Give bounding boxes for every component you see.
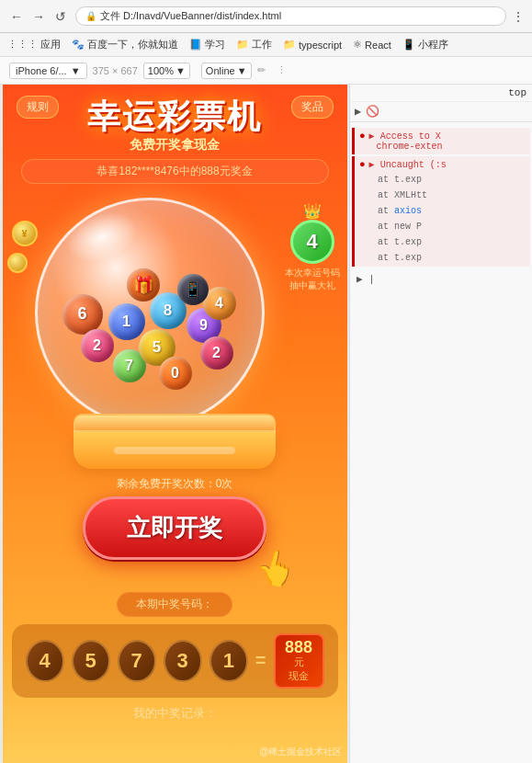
app-header: 规则 奖品 (3, 85, 347, 94)
bookmark-work[interactable]: 📁 工作 (236, 38, 272, 51)
separator: 375 × 667 (93, 65, 138, 76)
ball-0: 0 (159, 357, 192, 390)
bookmark-miniapp-label: 小程序 (418, 38, 448, 51)
app-subtitle: 免费开奖拿现金 (3, 137, 347, 154)
online-chevron-icon: ▼ (237, 65, 247, 76)
lucky-label: 本次幸运号码 抽中赢大礼 (285, 267, 340, 292)
error-2[interactable]: ● ▶ Uncaught (:s at t.exp at XMLHtt at a… (352, 156, 530, 267)
watermark: @稀土掘金技术社区 (259, 746, 342, 758)
error-1-text: ▶ Access to X chrome-exten (369, 131, 526, 152)
bookmark-apps[interactable]: ⋮⋮⋮ 应用 (7, 38, 61, 51)
zoom-label: 100% (148, 65, 174, 76)
device-select[interactable]: iPhone 6/... ▼ (9, 63, 87, 79)
bookmark-baidu-label: 百度一下，你就知道 (87, 38, 178, 51)
win-num-2: 5 (72, 640, 110, 682)
bookmark-react[interactable]: ⚛ React (353, 39, 391, 51)
winning-label: 本期中奖号码： (117, 592, 232, 617)
play-icon[interactable]: ▶ (355, 105, 361, 119)
crown-icon: 👑 (285, 202, 340, 220)
winning-label-text: 本期中奖号码： (136, 598, 213, 610)
top-label: top (508, 87, 526, 98)
bookmark-miniapp[interactable]: 📱 小程序 (402, 38, 448, 51)
device-label: iPhone 6/... (16, 65, 67, 76)
remaining-text: 剩余免费开奖次数：0次 (3, 476, 347, 492)
bookmark-work-label: 工作 (252, 38, 272, 51)
marquee-bar: 恭喜182****8476中的888元奖金 (21, 159, 329, 184)
bookmark-apps-label: 应用 (40, 38, 61, 51)
winning-numbers-bar: 4 5 7 3 1 = 888 (12, 624, 338, 698)
more-icon[interactable]: ⋮ (512, 9, 525, 24)
bookmark-study[interactable]: 📘 学习 (189, 38, 225, 51)
marquee-text: 恭喜182****8476中的888元奖金 (96, 165, 252, 177)
ball-1: 1 (108, 303, 145, 340)
error-1: ● ▶ Access to X chrome-exten (352, 128, 530, 154)
platform-body (74, 432, 276, 469)
typescript-icon: 📁 (283, 39, 296, 51)
error-icon-2: ● (359, 159, 366, 170)
error-2-text: ▶ Uncaught (:s (369, 159, 447, 170)
stack-line-3: at axios (359, 205, 426, 217)
coin-left-2 (7, 253, 28, 273)
zoom-select[interactable]: 100% ▼ (143, 63, 190, 79)
balls-container: 6 2 7 1 5 0 8 9 4 2 🎁 📱 (58, 221, 242, 404)
prizes-button[interactable]: 奖品 (291, 96, 334, 119)
online-select[interactable]: Online ▼ (201, 63, 252, 79)
open-btn-container: 立即开奖 👆 (3, 496, 347, 560)
ball-6: 6 (62, 294, 103, 335)
miniapp-icon: 📱 (402, 39, 415, 51)
react-icon: ⚛ (353, 39, 362, 51)
forward-button[interactable]: → (29, 7, 48, 26)
bookmark-typescript[interactable]: 📁 typescript (283, 39, 342, 51)
error-icon-1: ● (359, 131, 366, 142)
bookmark-react-label: React (365, 40, 391, 51)
axios-link[interactable]: axios (394, 206, 422, 216)
baidu-icon: 🐾 (72, 39, 85, 51)
prize-box: 888 元 现金 (274, 633, 324, 689)
stack-line-1: at t.exp (359, 174, 426, 186)
prize-amount: 888 (283, 639, 315, 655)
bookmark-study-label: 学习 (205, 38, 225, 51)
platform-top (74, 414, 276, 432)
bookmarks-bar: ⋮⋮⋮ 应用 🐾 百度一下，你就知道 📘 学习 📁 工作 📁 typescrip… (0, 33, 532, 57)
study-icon: 📘 (189, 39, 202, 51)
reload-button[interactable]: ↺ (51, 7, 70, 26)
online-label: Online (206, 65, 235, 76)
stack-line-2: at XMLHtt (359, 189, 432, 201)
ball-2: 2 (81, 329, 114, 362)
address-bar[interactable]: 🔒 文件 D:/Inavd/VueBanner/dist/index.html (75, 6, 506, 26)
lucky-badge: 👑 4 本次幸运号码 抽中赢大礼 (285, 202, 340, 292)
work-icon: 📁 (236, 39, 249, 51)
open-lottery-button[interactable]: 立即开奖 (83, 496, 266, 560)
lottery-app: 规则 奖品 幸运彩票机 免费开奖拿现金 恭喜182****8476中的888元奖… (3, 85, 347, 763)
bookmark-baidu[interactable]: 🐾 百度一下，你就知道 (72, 38, 178, 51)
equals-sign: = (255, 650, 266, 671)
apps-icon: ⋮⋮⋮ (7, 39, 38, 51)
stack-line-4: at new P (359, 221, 426, 233)
sep4: ⋮ (277, 64, 287, 76)
nav-buttons: ← → ↺ (7, 7, 70, 26)
device-toolbar: iPhone 6/... ▼ 375 × 667 100% ▼ Online ▼… (0, 57, 532, 85)
main-area: 规则 奖品 幸运彩票机 免费开奖拿现金 恭喜182****8476中的888元奖… (0, 85, 532, 763)
zoom-chevron-icon: ▼ (175, 65, 186, 76)
middle-section: ¥ 👑 4 本次幸运号码 抽中赢大礼 (3, 193, 347, 432)
phone-area: 规则 奖品 幸运彩票机 免费开奖拿现金 恭喜182****8476中的888元奖… (0, 85, 349, 763)
back-button[interactable]: ← (7, 7, 26, 26)
address-url: 文件 D:/Inavd/VueBanner/dist/index.html (100, 9, 281, 23)
devtools-toolbar: ▶ 🚫 (350, 102, 532, 122)
ball-gift: 🎁 (127, 268, 160, 302)
win-num-1: 4 (26, 640, 64, 682)
lock-icon: 🔒 (85, 11, 96, 21)
lucky-number: 4 (306, 230, 317, 254)
bookmark-typescript-label: typescript (299, 40, 342, 51)
ban-icon[interactable]: 🚫 (366, 105, 379, 119)
win-num-3: 7 (118, 640, 156, 682)
rules-button[interactable]: 规则 (17, 96, 59, 119)
platform (74, 414, 276, 469)
prize-type: 现金 (283, 669, 315, 683)
error-2-header: ● ▶ Uncaught (:s (359, 159, 447, 170)
expand-arrow[interactable]: ▶ | (352, 268, 530, 290)
ball-2b: 2 (200, 336, 233, 370)
record-section: 我的中奖记录： (3, 705, 347, 722)
browser-toolbar: ← → ↺ 🔒 文件 D:/Inavd/VueBanner/dist/index… (0, 0, 532, 33)
win-num-4: 3 (164, 640, 202, 682)
